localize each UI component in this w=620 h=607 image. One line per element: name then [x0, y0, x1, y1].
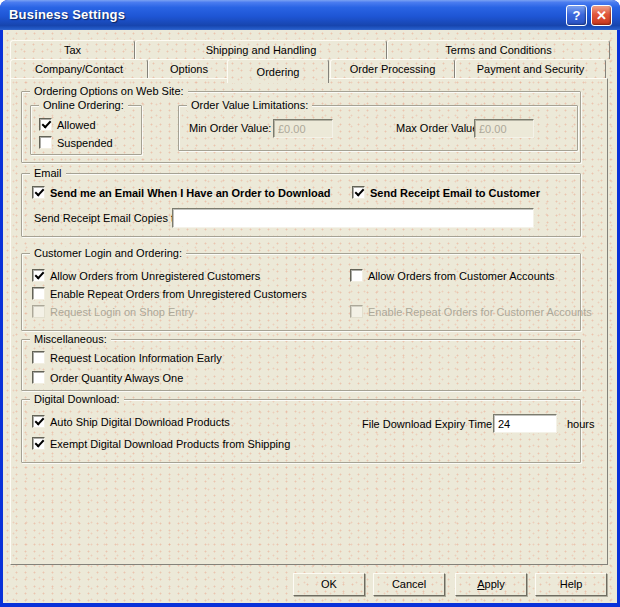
expiry-unit-label: hours — [567, 418, 595, 430]
group-online-ordering: Online Ordering: Allowed Suspended — [30, 105, 142, 155]
tab-terms-and-conditions[interactable]: Terms and Conditions — [387, 40, 610, 59]
allow-unregistered-label: Allow Orders from Unregistered Customers — [50, 270, 260, 282]
group-email: Email Send me an Email When I Have an Or… — [21, 173, 581, 237]
group-ordering-options: Ordering Options on Web Site: Online Ord… — [21, 91, 581, 163]
group-miscellaneous-title: Miscellaneous: — [30, 333, 111, 345]
send-receipt-label: Send Receipt Email to Customer — [370, 187, 540, 199]
group-ordering-options-title: Ordering Options on Web Site: — [30, 85, 188, 97]
help-button[interactable]: Help — [535, 573, 607, 596]
ok-button[interactable]: OK — [293, 573, 365, 596]
suspended-checkbox[interactable] — [39, 136, 52, 149]
repeat-unregistered-checkbox[interactable] — [32, 287, 45, 300]
allow-accounts-label: Allow Orders from Customer Accounts — [368, 270, 554, 282]
tab-tax[interactable]: Tax — [10, 40, 135, 59]
tab-options[interactable]: Options — [148, 59, 230, 78]
checkbox-row-suspended[interactable]: Suspended — [39, 136, 113, 149]
group-online-ordering-title: Online Ordering: — [39, 99, 128, 111]
allow-unregistered-checkbox[interactable] — [32, 269, 45, 282]
exempt-shipping-label: Exempt Digital Download Products from Sh… — [50, 438, 290, 450]
checkbox-row-send-me-email[interactable]: Send me an Email When I Have an Order to… — [32, 186, 331, 199]
checkbox-row-allowed[interactable]: Allowed — [39, 118, 96, 131]
request-login-label: Request Login on Shop Entry — [50, 306, 194, 318]
close-icon[interactable]: ✕ — [591, 5, 612, 26]
auto-ship-label: Auto Ship Digital Download Products — [50, 416, 230, 428]
request-location-checkbox[interactable] — [32, 351, 45, 364]
checkbox-row-allow-accounts[interactable]: Allow Orders from Customer Accounts — [350, 269, 554, 282]
group-email-title: Email — [30, 167, 66, 179]
checkbox-row-order-quantity[interactable]: Order Quantity Always One — [32, 371, 183, 384]
group-miscellaneous: Miscellaneous: Request Location Informat… — [21, 339, 581, 391]
min-order-value-label: Min Order Value: — [189, 122, 271, 134]
cancel-button-label: Cancel — [374, 574, 444, 595]
repeat-unregistered-label: Enable Repeat Orders from Unregistered C… — [50, 288, 307, 300]
auto-ship-checkbox[interactable] — [32, 415, 45, 428]
repeat-accounts-checkbox[interactable] — [350, 305, 363, 318]
business-settings-dialog: Business Settings ? ✕ Tax Shipping and H… — [0, 0, 620, 607]
help-icon[interactable]: ? — [566, 5, 587, 26]
checkbox-row-request-login[interactable]: Request Login on Shop Entry — [32, 305, 194, 318]
min-order-value-input[interactable] — [273, 119, 333, 138]
repeat-accounts-label: Enable Repeat Orders for Customer Accoun… — [368, 306, 592, 318]
request-location-label: Request Location Information Early — [50, 352, 222, 364]
checkbox-row-request-location[interactable]: Request Location Information Early — [32, 351, 222, 364]
max-order-value-label: Max Order Value: — [396, 122, 481, 134]
allow-accounts-checkbox[interactable] — [350, 269, 363, 282]
tab-order-processing[interactable]: Order Processing — [330, 59, 455, 78]
tab-ordering[interactable]: Ordering — [227, 59, 329, 83]
checkbox-row-auto-ship[interactable]: Auto Ship Digital Download Products — [32, 415, 230, 428]
ordering-tab-panel: Ordering Options on Web Site: Online Ord… — [10, 78, 608, 565]
checkbox-row-repeat-unregistered[interactable]: Enable Repeat Orders from Unregistered C… — [32, 287, 307, 300]
tab-company-contact[interactable]: Company/Contact — [10, 59, 148, 78]
exempt-shipping-checkbox[interactable] — [32, 437, 45, 450]
group-digital-download-title: Digital Download: — [30, 393, 124, 405]
window-title: Business Settings — [9, 7, 125, 22]
tab-payment-and-security[interactable]: Payment and Security — [455, 59, 606, 78]
send-receipt-checkbox[interactable] — [352, 186, 365, 199]
expiry-time-input[interactable] — [493, 414, 557, 433]
copies-to-input[interactable] — [172, 208, 534, 228]
cancel-button[interactable]: Cancel — [373, 573, 445, 596]
request-login-checkbox[interactable] — [32, 305, 45, 318]
apply-button[interactable]: Apply — [455, 573, 527, 596]
allowed-checkbox[interactable] — [39, 118, 52, 131]
send-me-email-checkbox[interactable] — [32, 186, 45, 199]
titlebar[interactable]: Business Settings ? ✕ — [0, 0, 620, 30]
group-order-value-limitations-title: Order Value Limitations: — [187, 99, 312, 111]
checkbox-row-repeat-accounts[interactable]: Enable Repeat Orders for Customer Accoun… — [350, 305, 592, 318]
copies-to-label: Send Receipt Email Copies to: — [34, 212, 183, 224]
checkbox-row-exempt-shipping[interactable]: Exempt Digital Download Products from Sh… — [32, 437, 290, 450]
order-quantity-label: Order Quantity Always One — [50, 372, 183, 384]
checkbox-row-allow-unregistered[interactable]: Allow Orders from Unregistered Customers — [32, 269, 260, 282]
tab-shipping-and-handling[interactable]: Shipping and Handling — [135, 40, 387, 59]
expiry-time-label: File Download Expiry Time: — [362, 418, 488, 430]
checkbox-row-send-receipt[interactable]: Send Receipt Email to Customer — [352, 186, 540, 199]
help-button-label: Help — [536, 574, 606, 595]
dialog-client-area: Tax Shipping and Handling Terms and Cond… — [3, 30, 617, 603]
group-order-value-limitations: Order Value Limitations: Min Order Value… — [178, 105, 578, 151]
send-me-email-label: Send me an Email When I Have an Order to… — [50, 187, 331, 199]
suspended-label: Suspended — [57, 137, 113, 149]
group-customer-login-title: Customer Login and Ordering: — [30, 247, 186, 259]
apply-button-label: Apply — [456, 574, 526, 595]
group-digital-download: Digital Download: Auto Ship Digital Down… — [21, 399, 581, 463]
order-quantity-checkbox[interactable] — [32, 371, 45, 384]
allowed-label: Allowed — [57, 119, 96, 131]
group-customer-login: Customer Login and Ordering: Allow Order… — [21, 253, 581, 331]
ok-button-label: OK — [294, 574, 364, 595]
max-order-value-input[interactable] — [474, 119, 534, 138]
